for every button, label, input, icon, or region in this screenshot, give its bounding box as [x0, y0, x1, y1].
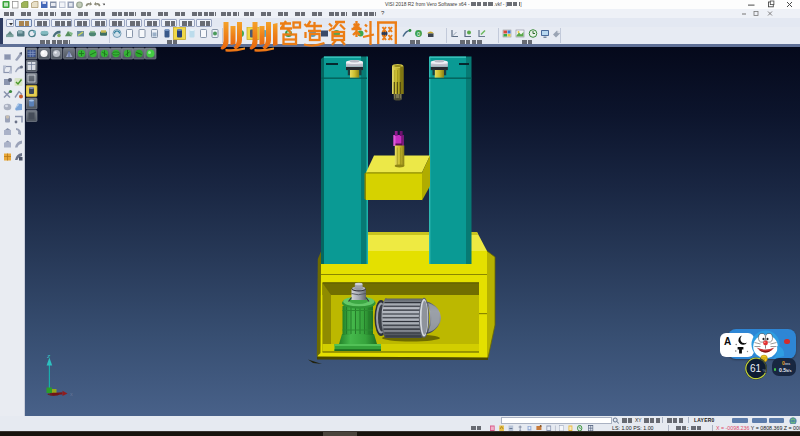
- svg-text:61: 61: [750, 363, 762, 374]
- svg-text:0: 0: [417, 31, 420, 37]
- svg-text:z: z: [46, 353, 50, 359]
- svg-text:x: x: [70, 391, 73, 397]
- svg-text:%: %: [763, 368, 767, 373]
